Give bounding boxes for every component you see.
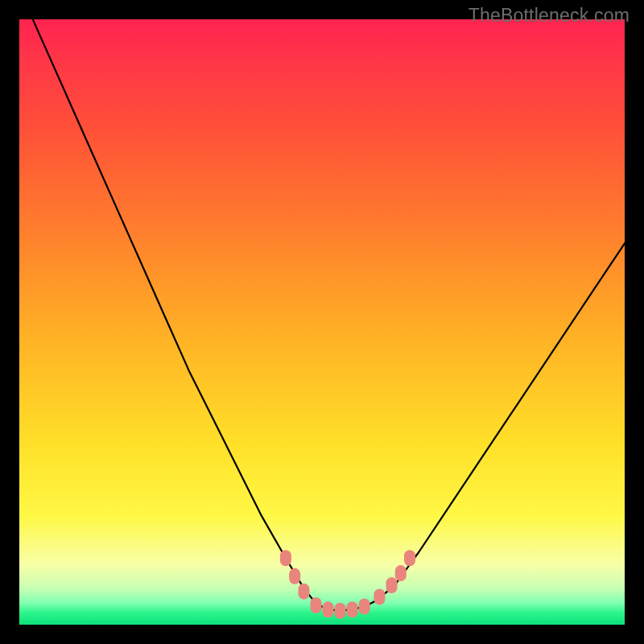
well-marker	[347, 601, 358, 617]
well-marker	[395, 565, 407, 581]
well-marker	[335, 603, 346, 619]
curve-layer	[19, 19, 625, 625]
plot-area	[19, 19, 625, 625]
well-marker	[323, 601, 334, 617]
chart-frame: TheBottleneck.com	[0, 0, 644, 644]
well-markers	[280, 550, 415, 618]
well-marker	[386, 577, 397, 593]
curve-path	[19, 19, 625, 611]
watermark-text: TheBottleneck.com	[469, 5, 630, 27]
bottleneck-curve	[19, 19, 625, 611]
well-marker	[374, 588, 385, 605]
well-marker	[310, 597, 321, 613]
well-marker	[359, 598, 370, 614]
well-marker	[298, 584, 309, 600]
well-marker	[404, 550, 415, 566]
well-marker	[280, 550, 291, 566]
well-marker	[289, 568, 300, 584]
